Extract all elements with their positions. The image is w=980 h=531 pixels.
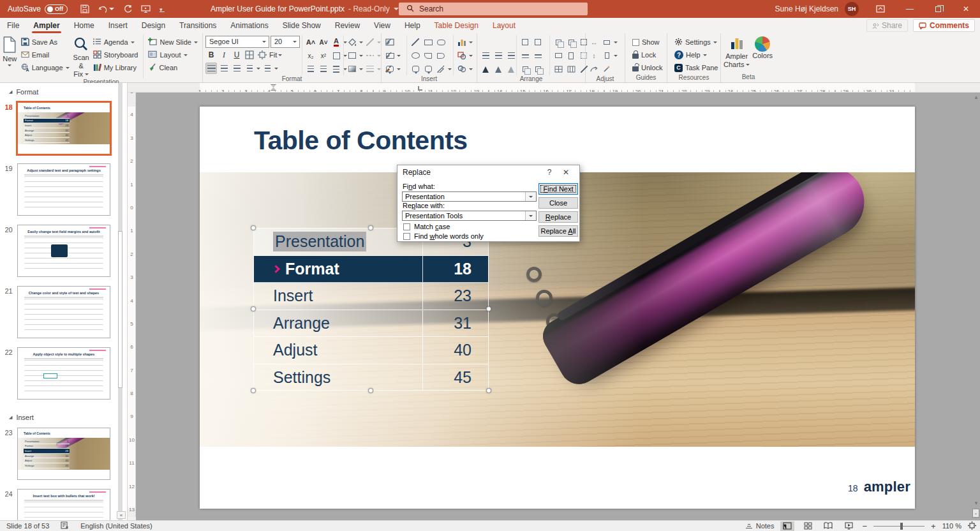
bullets-button[interactable] [244,63,255,74]
undo-icon[interactable] [98,4,114,13]
tab-stop-icon[interactable] [418,86,422,91]
grow-font-button[interactable]: A˄ [305,36,316,48]
thumbnail-slide-20[interactable]: 20 Easily change text field margins and … [0,225,127,277]
match-size-button[interactable] [532,50,544,61]
tab-design[interactable]: Design [135,18,172,33]
stretch-horizontal-button[interactable] [553,50,564,61]
proofing-icon[interactable] [61,521,69,530]
redo-icon[interactable] [123,4,132,13]
thumbnail-slide-18[interactable]: 18 Table of Contents Presentation3 Forma… [0,102,127,154]
superscript-button[interactable]: x² [318,50,329,61]
minimize-button[interactable]: — [896,0,924,18]
align-objects-middle-button[interactable] [493,50,504,61]
my-library-button[interactable]: My Library [91,61,140,74]
thumbnail-slide-21[interactable]: 21 Change color and style of text and sh… [0,286,127,338]
magic-wand-button[interactable] [601,63,612,75]
language-status[interactable]: English (United States) [80,522,152,530]
toc-row-settings[interactable]: Settings45 [254,364,488,392]
save-icon[interactable] [80,4,89,13]
slide-show-view-button[interactable] [842,521,856,531]
next-slide-button[interactable]: ⌄ [972,509,979,518]
flip-horizontal-button[interactable] [493,63,504,75]
overlap-circles-button[interactable] [456,63,468,75]
copy-width-button[interactable] [601,36,612,48]
distribute-columns-button[interactable] [565,63,577,75]
swap-position-button[interactable] [519,50,531,61]
align-center-button[interactable] [218,63,230,74]
lock-guides-button[interactable]: Lock [630,49,665,61]
close-dialog-button[interactable]: Close [538,197,578,209]
align-objects-center-button[interactable] [493,36,504,48]
align-objects-left-button[interactable] [480,36,491,48]
find-what-value[interactable]: Presentation [403,193,525,200]
replace-with-combobox[interactable]: Presentation Tools [402,211,537,221]
autosave-pill[interactable]: Off [45,4,68,14]
selection-handle[interactable] [368,225,373,230]
callout-2-button[interactable] [422,63,434,75]
send-backward-button[interactable] [532,63,544,75]
tab-file[interactable]: File [0,18,26,33]
font-color-button[interactable]: A [330,36,342,48]
align-objects-top-button[interactable] [480,50,491,61]
title-dropdown-icon[interactable] [394,8,399,10]
selection-handle[interactable] [368,388,373,393]
zoom-slider[interactable] [873,526,924,527]
zoom-in-button[interactable]: + [931,521,936,531]
insert-chart-button[interactable] [456,36,468,48]
line-spacing-button[interactable] [330,63,342,75]
shape-rectangle-button[interactable] [422,36,434,48]
fill-color-button[interactable] [346,36,358,48]
thumbnail-slide-23[interactable]: 23 Table of Contents Presentation3 Forma… [0,428,127,480]
restore-button[interactable] [924,0,952,18]
numbering-button[interactable] [262,63,273,74]
toc-row-insert[interactable]: Insert23 [254,283,488,310]
tab-insert[interactable]: Insert [101,18,135,33]
borders-button[interactable] [244,49,255,61]
decrease-indent-button[interactable] [305,63,316,75]
tab-transitions[interactable]: Transitions [172,18,223,33]
storyboard-button[interactable]: Storyboard [91,49,140,61]
underline-button[interactable]: U [231,49,242,61]
help-button[interactable]: ?Help [672,49,720,61]
shape-chevron-button[interactable] [435,50,447,61]
colors-button[interactable]: Colors [752,35,773,73]
tab-home[interactable]: Home [67,18,101,33]
unlock-guides-button[interactable]: Unlock [630,61,665,74]
outline-color-button[interactable] [364,36,376,48]
distribute-horizontal-button[interactable] [519,36,531,48]
slide-counter[interactable]: Slide 18 of 53 [6,522,49,530]
dialog-titlebar[interactable]: Replace ? ✕ [397,165,579,179]
settings-button[interactable]: Settings [672,36,720,49]
copy-height-button[interactable] [601,50,612,61]
replace-with-value[interactable]: Presentation Tools [403,212,525,220]
dialog-help-button[interactable]: ? [541,168,558,177]
tab-table-design[interactable]: Table Design [427,18,486,33]
selection-handle[interactable] [486,306,491,311]
thumbnail-slide-19[interactable]: 19 Adjust standard text and paragraph se… [0,163,127,216]
zoom-level[interactable]: 110 % [942,522,961,530]
new-button[interactable]: New [3,35,17,79]
customize-qat-icon[interactable]: ▾ [160,6,165,12]
section-header-insert[interactable]: ◢Insert [0,408,127,425]
selection-handle[interactable] [251,225,256,230]
align-left-button[interactable] [205,63,217,74]
language-button[interactable]: ALanguage [19,61,71,74]
gradient-button[interactable] [346,63,358,75]
flip-vertical-button[interactable] [505,63,517,75]
stretch-vertical-button[interactable] [565,50,577,61]
ampler-charts-button[interactable]: Ampler Charts [724,35,750,73]
find-next-button[interactable]: Find Next [538,183,578,195]
fit-slide-button[interactable] [968,521,976,531]
distribute-rows-button[interactable] [553,63,564,75]
merge-shapes-button[interactable] [456,50,468,61]
shape-oval-button[interactable] [410,50,421,61]
email-button[interactable]: Email [19,49,71,61]
callout-button[interactable] [410,63,421,75]
tab-ampler[interactable]: Ampler [26,18,66,33]
start-slideshow-icon[interactable] [141,4,151,13]
bring-forward-button[interactable] [519,63,531,75]
zoom-out-button[interactable]: − [862,521,867,531]
thumbnail-slide-22[interactable]: 22 Apply object style to multiple shapes [0,347,127,400]
dialog-close-button[interactable]: ✕ [558,168,574,177]
match-case-checkbox[interactable]: Match case [403,223,450,230]
